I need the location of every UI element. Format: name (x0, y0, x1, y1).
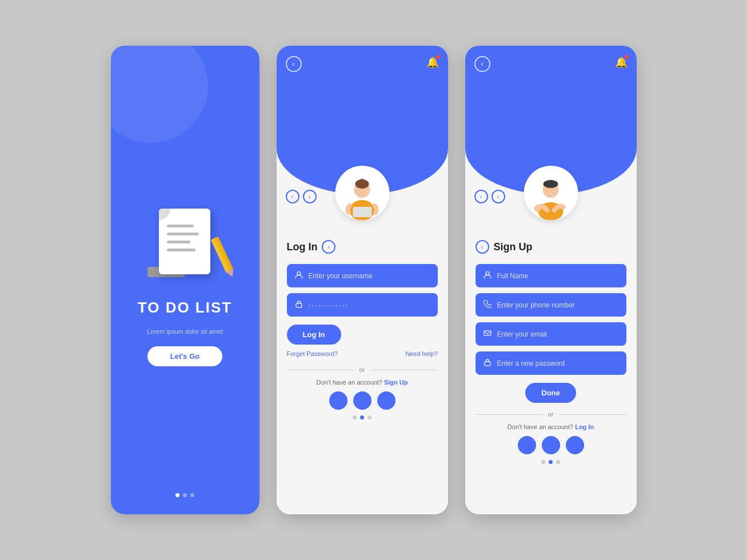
forget-password-link[interactable]: Forget Password? (287, 350, 338, 357)
todo-illustration (139, 196, 230, 287)
dot-1 (353, 415, 357, 419)
paper-icon (159, 209, 210, 274)
divider-left (287, 370, 354, 370)
signup-title: Sign Up (494, 241, 533, 253)
social-button-2[interactable] (542, 436, 560, 454)
paper-line (167, 249, 195, 251)
dot-3 (367, 415, 371, 419)
page-indicators (476, 460, 626, 470)
svg-point-10 (543, 180, 558, 188)
signup-prompt: Don't have an account? Sign Up (287, 379, 438, 386)
phone-field[interactable]: Enter your phone number (476, 293, 626, 317)
form-title-row: Log In ‹ (287, 240, 438, 254)
password-dots: ············ (309, 301, 349, 310)
dot-3 (190, 493, 194, 497)
paper-line (167, 233, 199, 235)
splash-content: TO DO LIST Lorem ipsum dolor sit amet Le… (138, 69, 232, 493)
back-icon: ‹ (293, 60, 295, 68)
fullname-field[interactable]: Full Name (476, 264, 626, 287)
svg-rect-13 (485, 362, 490, 366)
pencil-body (211, 236, 233, 272)
character-illustration (335, 166, 389, 220)
or-divider: or (287, 366, 438, 373)
back-button[interactable]: ‹ (474, 56, 490, 72)
social-login-buttons (287, 391, 438, 410)
login-link[interactable]: Log In (575, 423, 594, 430)
paper-line (167, 241, 190, 243)
top-controls: ‹ 🔔 (277, 46, 448, 72)
dot-2-active (360, 415, 364, 419)
paper-line (167, 225, 194, 227)
bell-wrapper[interactable]: 🔔 (426, 56, 439, 72)
login-button[interactable]: Log In (287, 325, 341, 345)
svg-rect-6 (296, 303, 302, 307)
phone-placeholder: Enter your phone number (497, 301, 575, 309)
new-password-field[interactable]: Enter a new password (476, 351, 626, 375)
login-title: Log In (287, 241, 318, 253)
signup-prompt-text: Don't have an account? (317, 379, 382, 386)
nav-prev[interactable]: ‹ (474, 190, 488, 203)
or-divider: or (476, 411, 626, 418)
login-links: Forget Password? Need help? (287, 350, 438, 357)
need-help-link[interactable]: Need help? (405, 350, 437, 357)
social-button-1[interactable] (329, 391, 347, 410)
user-icon (484, 271, 492, 281)
password-field[interactable]: ············ (287, 293, 438, 317)
dot-3 (556, 460, 560, 464)
username-placeholder: Enter your username (309, 272, 373, 280)
page-indicators (175, 493, 194, 497)
email-field[interactable]: Enter your email (476, 322, 626, 346)
social-button-3[interactable] (377, 391, 396, 410)
user-icon (295, 271, 303, 281)
splash-subtitle: Lorem ipsum dolor sit amet (147, 328, 223, 335)
login-screen: ‹ 🔔 (277, 46, 448, 514)
avatar-bg (335, 166, 389, 220)
or-text: or (359, 366, 365, 373)
back-button[interactable]: ‹ (286, 56, 302, 72)
social-button-2[interactable] (353, 391, 371, 410)
social-login-buttons (476, 436, 626, 454)
nav-prev[interactable]: ‹ (286, 190, 299, 203)
divider-right (370, 370, 437, 370)
back-icon: ‹ (481, 60, 484, 68)
login-prompt: Don't have an account? Log In (476, 423, 626, 430)
svg-rect-1 (353, 207, 371, 217)
title-back-button[interactable]: ‹ (322, 240, 335, 254)
dot-1 (175, 493, 179, 497)
nav-arrows: ‹ › (286, 190, 317, 203)
done-button[interactable]: Done (525, 383, 576, 403)
divider-left (476, 414, 542, 415)
svg-rect-12 (484, 331, 491, 335)
signup-screen: ‹ 🔔 (465, 46, 637, 514)
title-back-button[interactable]: ‹ (476, 240, 489, 254)
email-placeholder: Enter your email (497, 330, 547, 338)
splash-title: TO DO LIST (138, 299, 232, 317)
avatar-bg (524, 166, 578, 220)
phone-icon (484, 300, 492, 310)
lock-icon (484, 358, 492, 368)
notification-dot (625, 55, 629, 59)
page-indicators (287, 415, 438, 425)
signup-link[interactable]: Sign Up (384, 379, 408, 386)
dot-2-active (549, 460, 553, 464)
nav-next[interactable]: › (492, 190, 505, 203)
bell-wrapper[interactable]: 🔔 (615, 56, 628, 72)
social-button-3[interactable] (566, 436, 584, 454)
splash-screen: TO DO LIST Lorem ipsum dolor sit amet Le… (111, 46, 259, 514)
or-text: or (548, 411, 554, 418)
dot-1 (541, 460, 545, 464)
nav-arrows: ‹ › (474, 190, 505, 203)
password-placeholder: Enter a new password (497, 359, 565, 367)
man-avatar (526, 171, 575, 220)
character-illustration (524, 166, 578, 220)
social-button-1[interactable] (518, 436, 536, 454)
lets-go-button[interactable]: Let's Go (147, 346, 223, 366)
pencil-icon (211, 236, 236, 278)
svg-point-8 (534, 205, 541, 212)
dot-2 (183, 493, 187, 497)
username-field[interactable]: Enter your username (287, 264, 438, 287)
divider-right (559, 414, 626, 415)
nav-next[interactable]: › (303, 190, 317, 203)
woman-avatar (338, 171, 386, 220)
notification-dot (436, 55, 440, 59)
